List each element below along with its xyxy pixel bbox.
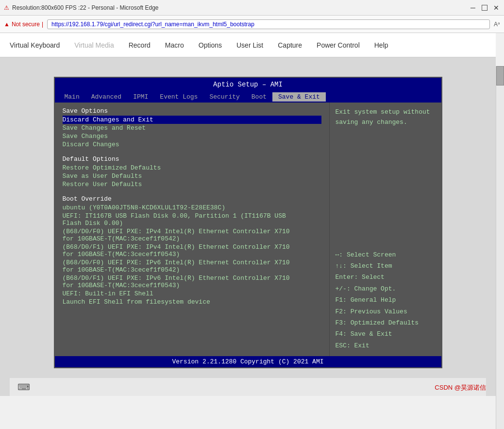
bios-right-panel: Exit system setup withoutsaving any chan… [330,103,441,356]
nav-options[interactable]: Options [199,39,222,51]
separator: | [42,21,43,28]
bios-section-save-options: Save Options [63,107,321,115]
key-enter: Enter: Select [336,272,436,283]
key-change-opt: +/-: Change Opt. [336,283,436,294]
key-f4: F4: Save & Exit [336,328,436,340]
watermark-text: CSDN @昊源诺信 [435,384,486,391]
key-f2: F2: Previous Values [336,306,436,317]
ikvm-navbar: Virtual Keyboard Virtual Media Record Ma… [0,33,496,57]
key-f3: F3: Optimized Defaults [336,317,436,328]
scrollbar-right[interactable] [496,66,504,429]
bios-menubar: Main Advanced IPMI Event Logs Security B… [55,91,441,103]
browser-title: ⚠ Resolution:800x600 FPS :22 - Personal … [4,4,159,11]
bios-main-area: Save Options Discard Changes and Exit Sa… [55,103,441,356]
bios-section-boot-override: Boot Override [63,195,321,203]
nav-user-list[interactable]: User List [236,39,263,51]
bios-header: Aptio Setup – AMI [55,78,441,91]
bios-item-pxe-ipv6-f0[interactable]: (B68/D0/F0) UEFI PXE: IPv6 Intel(R) Ethe… [63,258,321,274]
nav-virtual-keyboard[interactable]: Virtual Keyboard [10,39,60,51]
bios-item-restore-optimized[interactable]: Restore Optimized Defaults [63,164,321,172]
key-select-item: ↑↓: Select Item [336,260,436,272]
browser-title-text: Resolution:800x600 FPS :22 - Personal - … [12,4,159,11]
reader-view-button[interactable]: Aᵃ [494,21,500,28]
nav-macro[interactable]: Macro [165,39,184,51]
bios-menu-boot[interactable]: Boot [246,92,272,102]
nav-help[interactable]: Help [374,39,388,51]
bios-item-ubuntu[interactable]: ubuntu (Y0T0A00JT5N8-KCD6XLUL1T92-E28EE3… [63,204,321,212]
maximize-button[interactable] [481,4,488,12]
key-esc: ESC: Exit [336,340,436,351]
bios-menu-eventlogs[interactable]: Event Logs [154,92,203,102]
bios-screen: Aptio Setup – AMI Main Advanced IPMI Eve… [54,77,442,368]
keyboard-icon[interactable]: ⌨ [17,382,30,393]
bios-item-save-changes[interactable]: Save Changes [63,132,321,140]
close-button[interactable]: ✕ [492,4,500,12]
bios-item-save-user[interactable]: Save as User Defaults [63,172,321,180]
bios-menu-security[interactable]: Security [203,92,245,102]
bios-footer: Version 2.21.1280 Copyright (C) 2021 AMI [55,356,441,367]
minimize-button[interactable]: ─ [469,4,477,12]
bios-menu-ipmi[interactable]: IPMI [127,92,154,102]
warning-triangle-icon: ▲ [4,21,10,28]
nav-power-control[interactable]: Power Control [317,39,360,51]
bios-item-discard-changes[interactable]: Discard Changes [63,140,321,149]
browser-content: Virtual Keyboard Virtual Media Record Ma… [0,33,496,396]
bios-item-pxe-ipv4-f0[interactable]: (B68/D0/F0) UEFI PXE: IPv4 Intel(R) Ethe… [63,227,321,243]
bios-item-discard-exit[interactable]: Discard Changes and Exit [63,116,321,124]
bios-left-panel: Save Options Discard Changes and Exit Sa… [55,103,330,356]
key-select-screen: ↔: Select Screen [336,249,436,260]
window-controls: ─ ✕ [469,4,500,12]
browser-titlebar: ⚠ Resolution:800x600 FPS :22 - Personal … [0,0,504,16]
scroll-thumb[interactable] [496,66,504,86]
not-secure-label: Not secure [12,21,40,28]
bios-item-pxe-ipv4-f1[interactable]: (B68/D0/F1) UEFI PXE: IPv4 Intel(R) Ethe… [63,243,321,258]
nav-capture[interactable]: Capture [278,39,302,51]
bios-item-launch-efi[interactable]: Launch EFI Shell from filesystem device [63,298,321,306]
nav-virtual-media[interactable]: Virtual Media [74,39,114,51]
key-f1: F1: General Help [336,294,436,306]
bios-title: Aptio Setup – AMI [213,81,283,88]
bios-help-description: Exit system setup withoutsaving any chan… [336,107,436,128]
bios-key-help: ↔: Select Screen ↑↓: Select Item Enter: … [336,249,436,352]
bios-item-uefi-it1167b[interactable]: UEFI: IT1167B USB Flash Disk 0.00, Parti… [63,212,321,227]
bios-menu-saveexit[interactable]: Save & Exit [272,92,326,102]
address-bar: ▲ Not secure | Aᵃ [0,16,504,33]
keyboard-icon-bar: ⌨ [10,378,486,396]
bios-item-restore-user[interactable]: Restore User Defaults [63,180,321,189]
bios-item-pxe-ipv6-f1[interactable]: (B68/D0/F1) UEFI PXE: IPv6 Intel(R) Ethe… [63,274,321,290]
bios-section-default-options: Default Options [63,155,321,163]
watermark: CSDN @昊源诺信 [435,383,486,392]
bios-item-save-reset[interactable]: Save Changes and Reset [63,124,321,132]
bios-menu-advanced[interactable]: Advanced [85,92,127,102]
security-warning: ▲ Not secure | [4,21,43,28]
bios-menu-main[interactable]: Main [59,92,85,102]
bios-item-builtin-efi[interactable]: UEFI: Built-in EFI Shell [63,290,321,298]
warning-icon: ⚠ [4,4,9,11]
nav-record[interactable]: Record [129,39,151,51]
url-input[interactable] [47,19,490,29]
bios-version: Version 2.21.1280 Copyright (C) 2021 AMI [172,358,323,365]
